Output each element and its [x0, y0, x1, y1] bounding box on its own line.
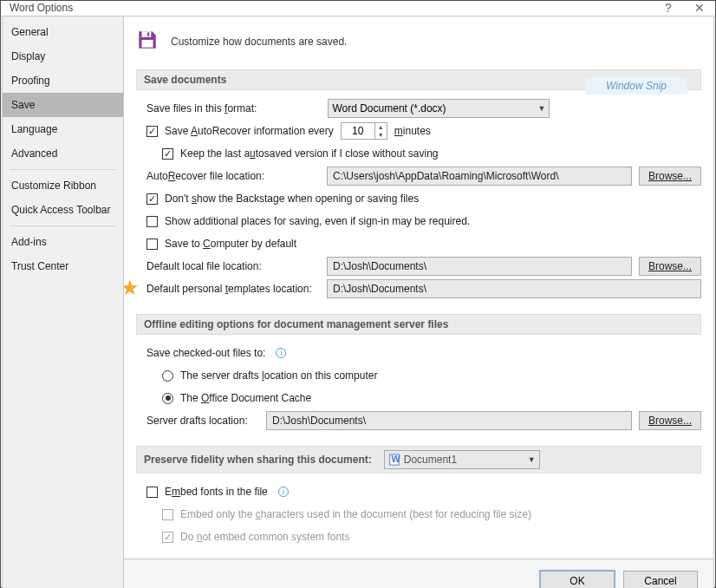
chevron-down-icon: ▼	[528, 455, 536, 464]
autorecover-minutes-value: 10	[342, 125, 374, 137]
default-local-browse-button[interactable]: Browse...	[639, 257, 701, 276]
personal-templates-label: Default personal templates location:	[146, 283, 320, 295]
embed-fonts-label: Embed fonts in the file	[165, 486, 268, 498]
save-to-computer-label: Save to Computer by default	[165, 238, 296, 250]
server-drafts-location-input[interactable]: D:\Josh\Documents\	[266, 411, 632, 430]
embed-only-characters-checkbox	[162, 509, 173, 520]
sidebar-item-customize-ribbon[interactable]: Customize Ribbon	[3, 173, 123, 198]
dialog-footer: OK Cancel	[124, 559, 713, 588]
save-format-dropdown[interactable]: Word Document (*.docx) ▼	[328, 99, 550, 118]
embed-fonts-checkbox[interactable]	[146, 487, 158, 498]
autorecover-browse-button[interactable]: Browse...	[639, 167, 701, 186]
sidebar-item-proofing[interactable]: Proofing	[3, 69, 123, 93]
help-button[interactable]: ?	[653, 1, 684, 15]
info-icon[interactable]: i	[278, 487, 289, 497]
show-additional-places-checkbox[interactable]	[146, 216, 158, 227]
word-doc-icon: W	[388, 454, 400, 466]
sidebar-item-language[interactable]: Language	[3, 117, 123, 141]
sidebar-item-add-ins[interactable]: Add-ins	[3, 230, 123, 254]
spinner-up-icon[interactable]: ▲	[375, 123, 387, 131]
preserve-document-value: Document1	[404, 454, 457, 466]
content-pane: Window Snip Customize how documents are …	[124, 16, 713, 588]
info-icon[interactable]: i	[276, 348, 286, 358]
category-sidebar: General Display Proofing Save Language A…	[3, 16, 124, 588]
svg-rect-0	[142, 31, 152, 37]
sidebar-separator	[10, 225, 116, 226]
save-format-value: Word Document (*.docx)	[332, 102, 446, 114]
office-cache-radio[interactable]	[162, 393, 173, 404]
sidebar-item-trust-center[interactable]: Trust Center	[3, 254, 123, 278]
sidebar-item-general[interactable]: General	[3, 20, 123, 44]
autorecover-minutes-spinner[interactable]: 10 ▲▼	[341, 122, 387, 140]
svg-rect-2	[142, 40, 153, 48]
titlebar: Word Options ? ✕	[1, 1, 715, 15]
server-drafts-radio-label: The server drafts location on this compu…	[180, 369, 377, 382]
checked-out-label: Save checked-out files to:	[146, 347, 265, 359]
server-drafts-location-label: Server drafts location:	[146, 415, 259, 427]
preserve-fidelity-label: Preserve fidelity when sharing this docu…	[144, 454, 372, 466]
sidebar-item-display[interactable]: Display	[3, 44, 123, 69]
chevron-down-icon: ▼	[537, 104, 545, 113]
section-offline-editing: Offline editing options for document man…	[136, 314, 701, 335]
preserve-document-dropdown[interactable]: W Document1 ▼	[384, 450, 540, 469]
do-not-embed-common-label: Do not embed common system fonts	[180, 531, 349, 543]
personal-templates-input[interactable]: D:\Josh\Documents\	[327, 279, 701, 298]
sidebar-item-quick-access[interactable]: Quick Access Toolbar	[3, 198, 123, 222]
autorecover-label: Save AutoRecover information every	[165, 125, 334, 137]
page-header: Customize how documents are saved.	[171, 36, 347, 48]
show-additional-places-label: Show additional places for saving, even …	[165, 215, 470, 227]
spinner-down-icon[interactable]: ▼	[375, 131, 387, 139]
close-button[interactable]: ✕	[684, 1, 715, 15]
keep-last-autosaved-checkbox[interactable]	[162, 148, 173, 160]
star-marker-icon: ★	[124, 276, 140, 300]
default-local-location-input[interactable]: D:\Josh\Documents\	[327, 257, 632, 276]
server-drafts-radio[interactable]	[162, 370, 173, 382]
office-cache-radio-label: The Office Document Cache	[180, 392, 311, 404]
svg-text:W: W	[391, 454, 400, 464]
save-icon	[136, 29, 159, 54]
do-not-embed-common-checkbox	[162, 532, 173, 543]
default-local-location-label: Default local file location:	[146, 260, 320, 272]
dialog-title: Word Options	[10, 2, 73, 14]
server-drafts-browse-button[interactable]: Browse...	[639, 411, 701, 430]
save-to-computer-checkbox[interactable]	[146, 238, 158, 250]
word-options-dialog: Word Options ? ✕ General Display Proofin…	[0, 0, 716, 588]
ok-button[interactable]: OK	[540, 571, 615, 589]
cancel-button[interactable]: Cancel	[623, 571, 698, 589]
svg-rect-1	[147, 32, 149, 36]
autorecover-location-label: AutoRecover file location:	[146, 170, 320, 182]
autorecover-location-input[interactable]: C:\Users\josh\AppData\Roaming\Microsoft\…	[327, 167, 632, 186]
keep-last-autosaved-label: Keep the last autosaved version if I clo…	[180, 147, 439, 160]
embed-only-characters-label: Embed only the characters used in the do…	[180, 508, 531, 520]
dont-show-backstage-checkbox[interactable]	[146, 193, 158, 205]
sidebar-item-advanced[interactable]: Advanced	[3, 141, 123, 166]
window-snip-label: Window Snip	[585, 77, 687, 95]
dont-show-backstage-label: Don't show the Backstage when opening or…	[165, 193, 419, 205]
save-format-label: Save files in this format:	[146, 102, 257, 114]
autorecover-checkbox[interactable]	[146, 126, 158, 137]
sidebar-item-save[interactable]: Save	[3, 93, 123, 117]
sidebar-separator	[10, 169, 116, 170]
section-preserve-fidelity: Preserve fidelity when sharing this docu…	[136, 446, 701, 474]
minutes-label: minutes	[394, 125, 431, 137]
